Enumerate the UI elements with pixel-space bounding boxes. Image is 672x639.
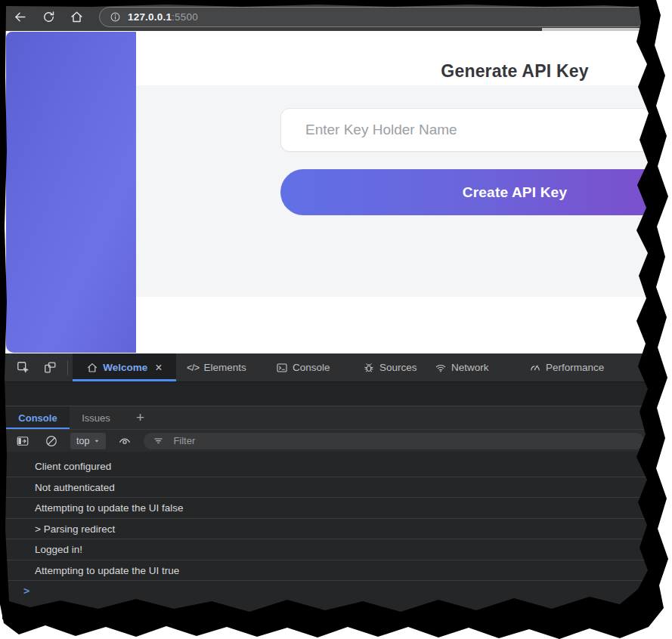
create-api-key-button-label: Create API Key <box>280 169 672 215</box>
message-text: Logged in! <box>35 544 82 555</box>
execution-context-selector[interactable]: top <box>70 433 106 449</box>
tab-sources-label: Sources <box>379 362 417 373</box>
reload-icon <box>42 10 56 24</box>
console-filter-box[interactable] <box>144 433 644 449</box>
sources-bug-icon <box>363 362 375 374</box>
clear-console-button[interactable] <box>42 431 61 451</box>
key-holder-name-input[interactable] <box>280 108 652 152</box>
page-title: Generate API Key <box>280 61 672 82</box>
address-bar[interactable]: 127.0.0.1:5500 <box>99 7 647 27</box>
site-info-icon <box>110 11 121 23</box>
live-expression-button[interactable] <box>115 431 135 451</box>
tab-performance[interactable]: Performance <box>529 353 604 381</box>
console-message-row[interactable]: Attempting to update the UI true <box>2 560 652 582</box>
tab-network-label: Network <box>451 362 489 373</box>
message-text: Attempting to update the UI true <box>35 565 179 576</box>
drawer-tab-issues-label: Issues <box>82 412 110 424</box>
device-toolbar-button[interactable] <box>40 358 60 378</box>
reload-button[interactable] <box>39 8 57 26</box>
message-expander-chevron[interactable]: > <box>35 523 44 535</box>
chevron-down-icon <box>94 438 100 444</box>
create-api-key-button[interactable]: Create API Key <box>280 169 652 215</box>
toolbar-separator <box>67 360 68 375</box>
back-arrow-icon <box>13 10 27 24</box>
page-purple-sidebar <box>6 32 136 353</box>
welcome-home-icon <box>86 362 98 374</box>
console-panel-icon <box>276 362 288 374</box>
drawer-tab-issues[interactable]: Issues <box>70 406 122 430</box>
console-message-row[interactable]: > Parsing redirect <box>2 519 652 540</box>
console-message-row[interactable]: Attempting to update the UI false <box>2 498 652 519</box>
console-drawer-tab-bar: Console Issues + <box>2 406 652 429</box>
console-filter-input[interactable] <box>172 434 644 447</box>
devtools-tab-bar: Welcome × </> Elements Console Sources N… <box>2 353 652 381</box>
eye-icon <box>118 434 132 448</box>
filter-icon <box>153 435 164 446</box>
console-input-row[interactable]: > <box>2 581 652 600</box>
url-host: 127.0.0.1 <box>128 11 172 23</box>
home-icon <box>70 10 84 24</box>
elements-code-icon: </> <box>187 363 200 373</box>
browser-toolbar: 127.0.0.1:5500 <box>2 2 652 31</box>
drawer-tab-console-label: Console <box>18 412 57 424</box>
console-message-row[interactable]: Client configured <box>2 456 652 477</box>
tab-console-label: Console <box>293 362 330 373</box>
devtools-panel: Welcome × </> Elements Console Sources N… <box>2 353 652 619</box>
network-wifi-icon <box>435 362 447 374</box>
console-prompt-icon: > <box>23 585 29 597</box>
page-viewport: Generate API Key Create API Key <box>2 31 652 353</box>
inspect-element-button[interactable] <box>13 358 33 378</box>
add-drawer-tab-icon[interactable]: + <box>136 409 144 426</box>
url-text: 127.0.0.1:5500 <box>128 11 198 23</box>
message-text: Not authenticated <box>35 482 115 493</box>
inspect-cursor-icon <box>16 360 30 375</box>
tab-elements[interactable]: </> Elements <box>187 353 246 381</box>
tab-elements-label: Elements <box>204 362 246 373</box>
drawer-tab-console[interactable]: Console <box>6 406 70 430</box>
tab-welcome[interactable]: Welcome × <box>73 353 176 381</box>
clear-console-icon <box>45 434 58 448</box>
url-port: :5500 <box>172 11 198 23</box>
console-sidebar-icon <box>16 434 29 448</box>
console-message-list: Client configured Not authenticated Atte… <box>2 456 652 600</box>
screenshot-canvas: 127.0.0.1:5500 Generate API Key Create A… <box>0 0 672 639</box>
device-toolbar-icon <box>43 360 57 375</box>
console-sidebar-toggle-button[interactable] <box>13 431 33 451</box>
tab-welcome-label: Welcome <box>103 362 147 373</box>
console-toolbar: top <box>2 429 652 452</box>
home-button[interactable] <box>67 8 85 26</box>
page-content-card: Generate API Key Create API Key <box>136 31 652 353</box>
tab-performance-label: Performance <box>546 362 604 373</box>
console-message-row[interactable]: Logged in! <box>2 539 652 560</box>
welcome-panel-area <box>2 381 652 406</box>
console-message-row[interactable]: Not authenticated <box>2 477 652 499</box>
tab-sources[interactable]: Sources <box>363 353 417 381</box>
close-tab-icon[interactable]: × <box>155 362 162 374</box>
tab-console[interactable]: Console <box>276 353 330 381</box>
performance-gauge-icon <box>529 362 541 374</box>
message-text: Attempting to update the UI false <box>35 502 184 514</box>
message-text: Client configured <box>35 461 111 472</box>
message-text: Parsing redirect <box>44 523 116 535</box>
back-button[interactable] <box>11 8 29 26</box>
tab-network[interactable]: Network <box>435 353 489 381</box>
execution-context-label: top <box>76 436 89 446</box>
